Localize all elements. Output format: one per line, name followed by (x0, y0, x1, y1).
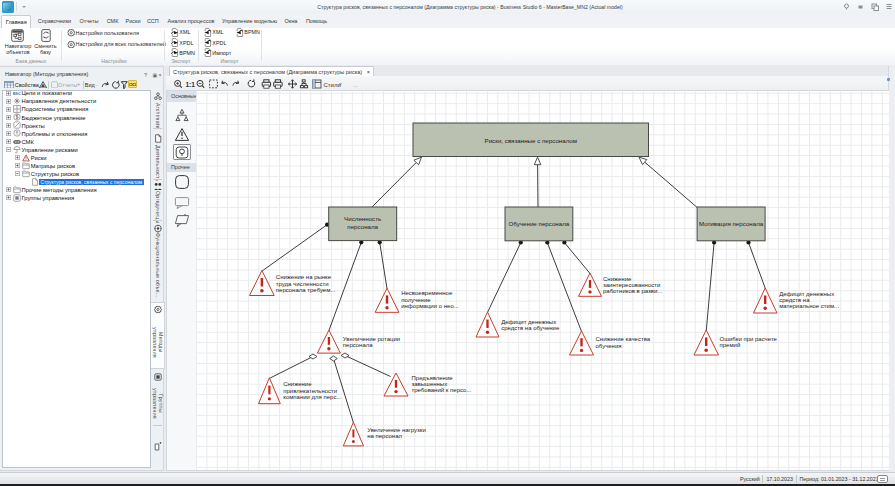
svg-text:Дефицит денежных: Дефицит денежных (779, 291, 834, 297)
svg-text:Увеличение нагрузки: Увеличение нагрузки (367, 427, 426, 433)
svg-text:материальное стим...: материальное стим... (779, 303, 839, 309)
svg-text:информации о нео...: информации о нео... (401, 303, 459, 309)
svg-text:Снижение на рынке: Снижение на рынке (276, 274, 332, 280)
svg-text:Снижение качества: Снижение качества (596, 336, 651, 342)
svg-text:привлекательности: привлекательности (283, 388, 337, 394)
svg-text:требований к персо...: требований к персо... (412, 387, 472, 393)
svg-text:Снижение: Снижение (603, 276, 632, 282)
svg-text:средств на обучение: средств на обучение (501, 325, 560, 331)
svg-text:завышенных: завышенных (412, 381, 448, 387)
svg-text:обучения: обучения (596, 343, 622, 349)
svg-text:Риски, связанные с персоналом: Риски, связанные с персоналом (485, 137, 578, 144)
svg-text:Увеличение ротации: Увеличение ротации (343, 336, 400, 342)
svg-text:1:1: 1:1 (185, 80, 195, 87)
svg-text:компании для перс...: компании для перс... (283, 394, 342, 400)
svg-text:премий: премий (720, 342, 741, 348)
svg-text:Мотивация персонала: Мотивация персонала (699, 220, 764, 227)
svg-text:Снижение: Снижение (283, 381, 312, 387)
svg-text:заинтересованности: заинтересованности (603, 282, 660, 288)
svg-text:BSC: BSC (13, 92, 21, 96)
svg-text:труда численности: труда численности (276, 281, 329, 287)
svg-text:работников в разви...: работников в разви... (603, 288, 663, 294)
svg-text:персонала требуем...: персонала требуем... (276, 287, 336, 293)
svg-text:средств на: средств на (779, 297, 810, 303)
svg-text:Стили: Стили (323, 81, 340, 87)
svg-text:Численность: Численность (344, 215, 381, 222)
svg-text:...: ... (353, 81, 358, 87)
svg-text:персонала: персонала (347, 223, 378, 230)
svg-text:Ошибки при расчете: Ошибки при расчете (720, 336, 778, 342)
svg-text:Обучение персонала: Обучение персонала (509, 220, 570, 227)
svg-text:на персонал: на персонал (367, 433, 402, 439)
svg-text:получение: получение (401, 297, 431, 303)
svg-text:персонала: персонала (343, 342, 373, 348)
svg-text:Дефицит денежных: Дефицит денежных (501, 319, 556, 325)
svg-text:Предъявление: Предъявление (412, 375, 454, 381)
svg-text:Несвоевременное: Несвоевременное (401, 290, 453, 296)
